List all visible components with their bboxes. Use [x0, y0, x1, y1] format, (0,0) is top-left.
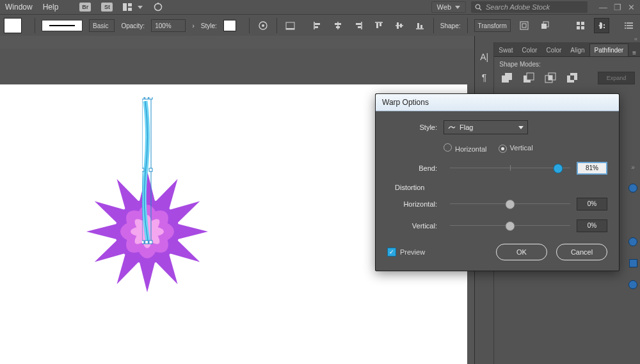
recolor-icon[interactable] — [256, 19, 270, 33]
dialog-titlebar[interactable]: Warp Options — [376, 94, 619, 111]
dist-v-slider[interactable] — [450, 220, 570, 232]
svg-rect-16 — [336, 26, 340, 28]
arrange-docs-button[interactable] — [123, 3, 143, 12]
align-top-icon[interactable] — [372, 19, 386, 33]
ok-button[interactable]: OK — [496, 244, 547, 260]
panel-tabs: Swat Color Color Align Pathfinder ≡ — [494, 42, 640, 57]
svg-rect-12 — [315, 23, 320, 25]
svg-rect-31 — [541, 24, 547, 29]
workspace-switcher[interactable]: Web — [431, 1, 466, 13]
transform-button[interactable]: Transform — [474, 19, 511, 32]
close-button[interactable]: ✕ — [628, 3, 635, 12]
preview-checkbox[interactable]: ✓Preview — [387, 248, 425, 257]
gpu-icon[interactable] — [153, 3, 163, 12]
exclude-icon[interactable] — [564, 72, 580, 84]
mask-icon[interactable] — [594, 18, 609, 33]
align-art-icon[interactable] — [284, 19, 298, 33]
svg-rect-40 — [604, 27, 605, 28]
align-right-icon[interactable] — [351, 19, 365, 33]
panel-menu-icon[interactable]: ≡ — [628, 49, 640, 56]
style-label: Style: — [387, 123, 444, 131]
arrange-icon[interactable] — [538, 19, 552, 33]
svg-rect-36 — [581, 26, 584, 29]
svg-rect-24 — [397, 22, 399, 29]
svg-rect-9 — [286, 22, 294, 29]
tab-swatches[interactable]: Swat — [494, 44, 517, 56]
shape-modes-label: Shape Modes: — [499, 61, 635, 68]
document-tabstrip[interactable] — [0, 36, 474, 49]
svg-rect-1 — [128, 3, 132, 6]
svg-point-45 — [625, 25, 626, 26]
svg-rect-21 — [376, 23, 378, 28]
orientation-vertical[interactable]: Vertical — [499, 144, 533, 153]
restore-button[interactable]: ❐ — [614, 3, 621, 12]
svg-rect-37 — [600, 22, 602, 29]
svg-rect-27 — [417, 23, 419, 28]
style-label: Style: — [201, 22, 217, 29]
svg-rect-83 — [548, 75, 552, 80]
stroke-profile[interactable] — [42, 20, 83, 31]
window-controls: — ❐ ✕ — [599, 3, 635, 12]
stock-icon[interactable]: St — [101, 3, 113, 12]
align-bottom-icon[interactable] — [413, 19, 427, 33]
bend-value-input[interactable]: 81% — [577, 162, 607, 175]
stock-search[interactable]: Search Adobe Stock — [471, 1, 588, 13]
align-left-icon[interactable] — [310, 19, 324, 33]
search-placeholder: Search Adobe Stock — [486, 3, 550, 11]
dist-h-label: Horizontal: — [387, 200, 444, 208]
svg-rect-76 — [145, 241, 148, 244]
edge-dot-1[interactable] — [628, 184, 637, 193]
bend-slider[interactable] — [450, 162, 570, 174]
edge-dot-3[interactable] — [628, 280, 637, 289]
pathfinder-panel: Shape Modes: Expand — [494, 57, 640, 91]
align-vcenter-icon[interactable] — [392, 19, 406, 33]
svg-rect-78 — [505, 73, 512, 80]
svg-rect-71 — [142, 168, 144, 171]
graphic-style-swatch[interactable] — [223, 20, 236, 31]
svg-rect-13 — [315, 26, 318, 28]
tab-align[interactable]: Align — [566, 44, 589, 56]
cancel-button[interactable]: Cancel — [556, 244, 607, 260]
svg-rect-86 — [570, 75, 574, 80]
svg-point-7 — [259, 22, 267, 29]
warp-style-select[interactable]: Flag — [444, 120, 528, 134]
tab-pathfinder[interactable]: Pathfinder — [589, 44, 629, 56]
isolate-icon[interactable] — [517, 19, 531, 33]
align-hcenter-icon[interactable] — [331, 19, 345, 33]
minimize-button[interactable]: — — [599, 3, 607, 12]
svg-rect-32 — [543, 22, 548, 27]
panel-collapse-grip[interactable]: « — [475, 36, 640, 42]
dist-h-value-input[interactable]: 0% — [577, 198, 607, 210]
svg-rect-70 — [149, 97, 152, 99]
menu-window[interactable]: Window — [5, 3, 33, 12]
opacity-input[interactable]: 100% — [151, 19, 186, 32]
orientation-horizontal[interactable]: Horizontal — [444, 143, 487, 153]
type-panel-icon[interactable]: A| — [479, 51, 490, 63]
svg-rect-73 — [142, 241, 144, 244]
collapse-arrows[interactable]: » — [631, 164, 635, 171]
flag-icon — [448, 124, 456, 131]
list-icon[interactable] — [622, 19, 636, 33]
bridge-icon[interactable]: Br — [79, 3, 91, 12]
intersect-icon[interactable] — [543, 72, 558, 84]
edge-dot-2[interactable] — [628, 237, 637, 246]
dist-h-slider[interactable] — [450, 198, 570, 210]
svg-rect-35 — [577, 26, 580, 29]
svg-rect-72 — [149, 168, 152, 171]
stroke-profile-select[interactable]: Basic — [89, 19, 115, 32]
unite-icon[interactable] — [499, 72, 515, 84]
opacity-step[interactable]: › — [192, 22, 195, 29]
expand-button: Expand — [598, 72, 635, 84]
svg-marker-87 — [518, 126, 524, 129]
svg-rect-0 — [123, 3, 127, 11]
minus-front-icon[interactable] — [521, 72, 536, 84]
grid-icon[interactable] — [573, 19, 588, 33]
svg-rect-69 — [142, 97, 144, 99]
paragraph-panel-icon[interactable]: ¶ — [479, 72, 490, 83]
tab-colorguide[interactable]: Color — [541, 44, 566, 56]
menu-help[interactable]: Help — [43, 3, 59, 12]
tab-color[interactable]: Color — [518, 44, 542, 56]
fill-swatch[interactable] — [4, 18, 22, 33]
edge-square[interactable] — [629, 259, 637, 267]
dist-v-value-input[interactable]: 0% — [577, 219, 607, 232]
